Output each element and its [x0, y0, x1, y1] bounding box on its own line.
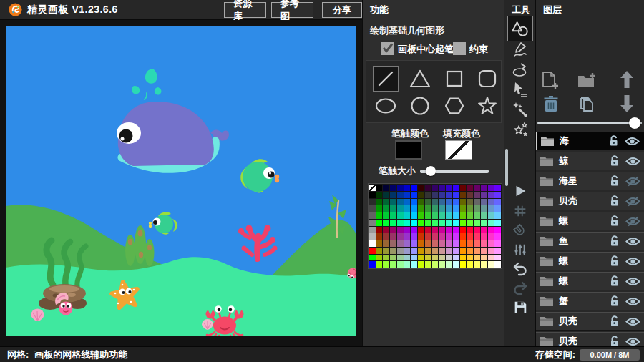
palette-color[interactable] [467, 233, 473, 240]
palette-color[interactable] [418, 192, 424, 198]
palette-color[interactable] [425, 212, 431, 219]
layer-row[interactable]: 贝壳 [536, 332, 644, 346]
palette-color[interactable] [453, 261, 459, 268]
palette-color[interactable] [439, 227, 445, 233]
palette-color[interactable] [390, 248, 396, 254]
palette-color[interactable] [474, 185, 480, 191]
palette-color[interactable] [432, 212, 439, 219]
palette-color[interactable] [397, 212, 404, 219]
palette-color[interactable] [418, 233, 424, 240]
add-folder-button[interactable] [576, 71, 597, 91]
constraint-checkbox[interactable] [453, 42, 466, 55]
palette-color[interactable] [383, 248, 389, 254]
palette-color[interactable] [425, 205, 431, 212]
palette-color[interactable] [397, 192, 404, 198]
eye-hidden-icon[interactable] [625, 216, 640, 227]
palette-color[interactable] [397, 227, 404, 233]
palette-color[interactable] [488, 205, 494, 212]
palette-color[interactable] [418, 261, 424, 268]
palette-color[interactable] [439, 192, 445, 198]
palette-color[interactable] [411, 212, 417, 219]
palette-color[interactable] [467, 192, 473, 198]
palette-color[interactable] [446, 192, 452, 198]
unlock-icon[interactable] [609, 215, 620, 227]
palette-color[interactable] [494, 212, 501, 219]
palette-color[interactable] [494, 240, 501, 247]
layer-opacity-slider-thumb[interactable] [629, 117, 640, 129]
unlock-icon[interactable] [609, 255, 620, 267]
drawing-canvas[interactable] [6, 26, 356, 336]
palette-color[interactable] [488, 185, 494, 191]
palette-color[interactable] [383, 261, 389, 268]
palette-color[interactable] [474, 199, 480, 205]
palette-color[interactable] [432, 220, 439, 226]
palette-color[interactable] [376, 261, 383, 268]
unlock-icon[interactable] [609, 155, 620, 167]
palette-color[interactable] [446, 248, 452, 254]
palette-color[interactable] [460, 199, 467, 205]
palette-color[interactable] [481, 248, 487, 254]
eye-visible-icon[interactable] [625, 316, 640, 327]
palette-color[interactable] [376, 240, 383, 247]
palette-color[interactable] [376, 212, 383, 219]
unlock-icon[interactable] [609, 315, 620, 327]
palette-color[interactable] [494, 185, 501, 191]
palette-color[interactable] [467, 255, 473, 261]
palette-color[interactable] [397, 255, 404, 261]
palette-color[interactable] [488, 192, 494, 198]
palette-color[interactable] [439, 185, 445, 191]
palette-color[interactable] [460, 192, 467, 198]
palette-color[interactable] [411, 185, 417, 191]
palette-color[interactable] [432, 192, 439, 198]
palette-color[interactable] [481, 261, 487, 268]
palette-color[interactable] [404, 185, 411, 191]
palette-color[interactable] [446, 227, 452, 233]
palette-color[interactable] [453, 248, 459, 254]
palette-color[interactable] [494, 192, 501, 198]
palette-color[interactable] [494, 220, 501, 226]
layer-row[interactable]: 螺 [536, 272, 644, 290]
palette-color[interactable] [390, 220, 396, 226]
eye-hidden-icon[interactable] [625, 176, 640, 187]
layer-row[interactable]: 螺 [536, 212, 644, 230]
palette-color[interactable] [488, 255, 494, 261]
palette-color[interactable] [467, 248, 473, 254]
palette-color[interactable] [474, 227, 480, 233]
palette-color[interactable] [404, 233, 411, 240]
palette-color[interactable] [383, 199, 389, 205]
shape-circle-button[interactable] [407, 93, 433, 119]
palette-color[interactable] [425, 261, 431, 268]
palette-color[interactable] [494, 205, 501, 212]
palette-color[interactable] [369, 185, 376, 191]
palette-color[interactable] [390, 199, 396, 205]
palette-color[interactable] [488, 212, 494, 219]
palette-color[interactable] [411, 255, 417, 261]
palette-color[interactable] [376, 199, 383, 205]
palette-color[interactable] [460, 233, 467, 240]
palette-color[interactable] [474, 261, 480, 268]
palette-color[interactable] [369, 248, 376, 254]
palette-color[interactable] [460, 205, 467, 212]
grid-tool-button[interactable] [507, 200, 533, 222]
palette-color[interactable] [397, 199, 404, 205]
palette-color[interactable] [369, 212, 376, 219]
palette-color[interactable] [488, 261, 494, 268]
palette-color[interactable] [397, 248, 404, 254]
palette-color[interactable] [404, 192, 411, 198]
palette-color[interactable] [418, 212, 424, 219]
palette-color[interactable] [418, 199, 424, 205]
palette-color[interactable] [439, 205, 445, 212]
palette-color[interactable] [460, 220, 467, 226]
stroke-color-swatch[interactable] [395, 140, 422, 160]
palette-color[interactable] [432, 261, 439, 268]
palette-color[interactable] [404, 220, 411, 226]
palette-color[interactable] [411, 233, 417, 240]
palette-color[interactable] [453, 233, 459, 240]
palette-color[interactable] [446, 255, 452, 261]
palette-color[interactable] [446, 199, 452, 205]
palette-color[interactable] [453, 212, 459, 219]
palette-color[interactable] [390, 205, 396, 212]
eye-visible-icon[interactable] [625, 256, 640, 267]
move-layer-up-button[interactable] [616, 69, 638, 89]
palette-color[interactable] [397, 205, 404, 212]
